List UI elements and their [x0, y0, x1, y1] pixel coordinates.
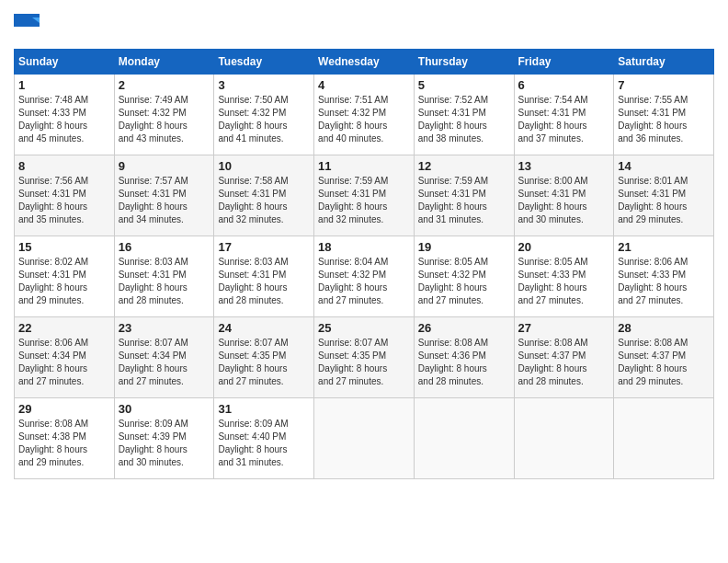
- calendar-day-cell: 31 Sunrise: 8:09 AM Sunset: 4:40 PM Dayl…: [214, 398, 314, 479]
- cell-text: Sunrise: 7:49 AM Sunset: 4:32 PM Dayligh…: [119, 94, 210, 145]
- cell-text: Sunrise: 7:51 AM Sunset: 4:32 PM Dayligh…: [318, 94, 410, 145]
- cell-text: Sunrise: 7:59 AM Sunset: 4:31 PM Dayligh…: [418, 175, 510, 226]
- calendar-day-cell: 10 Sunrise: 7:58 AM Sunset: 4:31 PM Dayl…: [214, 155, 314, 236]
- day-number: 12: [418, 159, 510, 173]
- calendar-day-cell: 26 Sunrise: 8:08 AM Sunset: 4:36 PM Dayl…: [414, 317, 514, 398]
- day-number: 28: [618, 321, 710, 335]
- day-number: 5: [418, 78, 510, 92]
- day-number: 18: [318, 240, 410, 254]
- cell-text: Sunrise: 8:03 AM Sunset: 4:31 PM Dayligh…: [119, 256, 210, 307]
- calendar-day-cell: 12 Sunrise: 7:59 AM Sunset: 4:31 PM Dayl…: [414, 155, 514, 236]
- weekday-header-cell: Thursday: [414, 50, 514, 75]
- cell-text: Sunrise: 8:08 AM Sunset: 4:38 PM Dayligh…: [18, 418, 110, 469]
- calendar-day-cell: 25 Sunrise: 8:07 AM Sunset: 4:35 PM Dayl…: [314, 317, 415, 398]
- calendar-day-cell: [614, 398, 714, 479]
- cell-text: Sunrise: 7:59 AM Sunset: 4:31 PM Dayligh…: [318, 175, 410, 226]
- day-number: 4: [318, 78, 410, 92]
- calendar-day-cell: [414, 398, 514, 479]
- day-number: 9: [119, 159, 210, 173]
- page-header: [14, 14, 714, 40]
- calendar-day-cell: 19 Sunrise: 8:05 AM Sunset: 4:32 PM Dayl…: [414, 236, 514, 317]
- calendar-day-cell: 9 Sunrise: 7:57 AM Sunset: 4:31 PM Dayli…: [114, 155, 214, 236]
- cell-text: Sunrise: 7:48 AM Sunset: 4:33 PM Dayligh…: [18, 94, 110, 145]
- calendar-day-cell: 30 Sunrise: 8:09 AM Sunset: 4:39 PM Dayl…: [114, 398, 214, 479]
- day-number: 23: [119, 321, 210, 335]
- day-number: 22: [18, 321, 110, 335]
- calendar-day-cell: 22 Sunrise: 8:06 AM Sunset: 4:34 PM Dayl…: [15, 317, 115, 398]
- calendar-day-cell: 18 Sunrise: 8:04 AM Sunset: 4:32 PM Dayl…: [314, 236, 415, 317]
- cell-text: Sunrise: 7:50 AM Sunset: 4:32 PM Dayligh…: [218, 94, 310, 145]
- day-number: 24: [218, 321, 310, 335]
- day-number: 20: [518, 240, 610, 254]
- cell-text: Sunrise: 8:05 AM Sunset: 4:32 PM Dayligh…: [418, 256, 510, 307]
- calendar-week-row: 29 Sunrise: 8:08 AM Sunset: 4:38 PM Dayl…: [15, 398, 714, 479]
- cell-text: Sunrise: 8:06 AM Sunset: 4:33 PM Dayligh…: [618, 256, 710, 307]
- calendar-day-cell: [314, 398, 415, 479]
- cell-text: Sunrise: 7:52 AM Sunset: 4:31 PM Dayligh…: [418, 94, 510, 145]
- day-number: 16: [119, 240, 210, 254]
- day-number: 31: [218, 402, 310, 416]
- cell-text: Sunrise: 8:08 AM Sunset: 4:37 PM Dayligh…: [518, 337, 610, 388]
- calendar-day-cell: 3 Sunrise: 7:50 AM Sunset: 4:32 PM Dayli…: [214, 75, 314, 155]
- cell-text: Sunrise: 8:07 AM Sunset: 4:35 PM Dayligh…: [318, 337, 410, 388]
- cell-text: Sunrise: 8:07 AM Sunset: 4:34 PM Dayligh…: [119, 337, 210, 388]
- calendar-day-cell: 23 Sunrise: 8:07 AM Sunset: 4:34 PM Dayl…: [114, 317, 214, 398]
- logo-icon: [14, 14, 40, 40]
- calendar-day-cell: [514, 398, 614, 479]
- svg-rect-1: [14, 27, 40, 40]
- calendar-day-cell: 17 Sunrise: 8:03 AM Sunset: 4:31 PM Dayl…: [214, 236, 314, 317]
- calendar-day-cell: 27 Sunrise: 8:08 AM Sunset: 4:37 PM Dayl…: [514, 317, 614, 398]
- calendar-day-cell: 6 Sunrise: 7:54 AM Sunset: 4:31 PM Dayli…: [514, 75, 614, 155]
- weekday-header-cell: Tuesday: [214, 50, 314, 75]
- day-number: 15: [18, 240, 110, 254]
- calendar-day-cell: 13 Sunrise: 8:00 AM Sunset: 4:31 PM Dayl…: [514, 155, 614, 236]
- cell-text: Sunrise: 8:09 AM Sunset: 4:40 PM Dayligh…: [218, 418, 310, 469]
- day-number: 26: [418, 321, 510, 335]
- cell-text: Sunrise: 8:08 AM Sunset: 4:37 PM Dayligh…: [618, 337, 710, 388]
- day-number: 6: [518, 78, 610, 92]
- weekday-header-cell: Wednesday: [314, 50, 415, 75]
- day-number: 27: [518, 321, 610, 335]
- day-number: 14: [618, 159, 710, 173]
- calendar-day-cell: 14 Sunrise: 8:01 AM Sunset: 4:31 PM Dayl…: [614, 155, 714, 236]
- calendar-day-cell: 11 Sunrise: 7:59 AM Sunset: 4:31 PM Dayl…: [314, 155, 415, 236]
- cell-text: Sunrise: 8:09 AM Sunset: 4:39 PM Dayligh…: [119, 418, 210, 469]
- calendar-day-cell: 7 Sunrise: 7:55 AM Sunset: 4:31 PM Dayli…: [614, 75, 714, 155]
- day-number: 21: [618, 240, 710, 254]
- calendar-day-cell: 8 Sunrise: 7:56 AM Sunset: 4:31 PM Dayli…: [15, 155, 115, 236]
- weekday-header-row: SundayMondayTuesdayWednesdayThursdayFrid…: [15, 50, 714, 75]
- calendar-day-cell: 4 Sunrise: 7:51 AM Sunset: 4:32 PM Dayli…: [314, 75, 415, 155]
- calendar-day-cell: 20 Sunrise: 8:05 AM Sunset: 4:33 PM Dayl…: [514, 236, 614, 317]
- cell-text: Sunrise: 7:58 AM Sunset: 4:31 PM Dayligh…: [218, 175, 310, 226]
- calendar-day-cell: 16 Sunrise: 8:03 AM Sunset: 4:31 PM Dayl…: [114, 236, 214, 317]
- day-number: 29: [18, 402, 110, 416]
- calendar-body: 1 Sunrise: 7:48 AM Sunset: 4:33 PM Dayli…: [15, 75, 714, 479]
- calendar-week-row: 22 Sunrise: 8:06 AM Sunset: 4:34 PM Dayl…: [15, 317, 714, 398]
- day-number: 10: [218, 159, 310, 173]
- day-number: 25: [318, 321, 410, 335]
- cell-text: Sunrise: 7:57 AM Sunset: 4:31 PM Dayligh…: [119, 175, 210, 226]
- day-number: 1: [18, 78, 110, 92]
- cell-text: Sunrise: 8:03 AM Sunset: 4:31 PM Dayligh…: [218, 256, 310, 307]
- cell-text: Sunrise: 8:07 AM Sunset: 4:35 PM Dayligh…: [218, 337, 310, 388]
- svg-rect-0: [14, 14, 40, 27]
- calendar-day-cell: 5 Sunrise: 7:52 AM Sunset: 4:31 PM Dayli…: [414, 75, 514, 155]
- cell-text: Sunrise: 8:08 AM Sunset: 4:36 PM Dayligh…: [418, 337, 510, 388]
- day-number: 17: [218, 240, 310, 254]
- cell-text: Sunrise: 7:56 AM Sunset: 4:31 PM Dayligh…: [18, 175, 110, 226]
- day-number: 30: [119, 402, 210, 416]
- logo: [14, 14, 43, 40]
- weekday-header-cell: Saturday: [614, 50, 714, 75]
- day-number: 3: [218, 78, 310, 92]
- calendar-day-cell: 2 Sunrise: 7:49 AM Sunset: 4:32 PM Dayli…: [114, 75, 214, 155]
- cell-text: Sunrise: 7:55 AM Sunset: 4:31 PM Dayligh…: [618, 94, 710, 145]
- day-number: 7: [618, 78, 710, 92]
- day-number: 2: [119, 78, 210, 92]
- calendar-day-cell: 1 Sunrise: 7:48 AM Sunset: 4:33 PM Dayli…: [15, 75, 115, 155]
- weekday-header-cell: Monday: [114, 50, 214, 75]
- cell-text: Sunrise: 8:06 AM Sunset: 4:34 PM Dayligh…: [18, 337, 110, 388]
- calendar-week-row: 15 Sunrise: 8:02 AM Sunset: 4:31 PM Dayl…: [15, 236, 714, 317]
- cell-text: Sunrise: 8:05 AM Sunset: 4:33 PM Dayligh…: [518, 256, 610, 307]
- cell-text: Sunrise: 7:54 AM Sunset: 4:31 PM Dayligh…: [518, 94, 610, 145]
- day-number: 13: [518, 159, 610, 173]
